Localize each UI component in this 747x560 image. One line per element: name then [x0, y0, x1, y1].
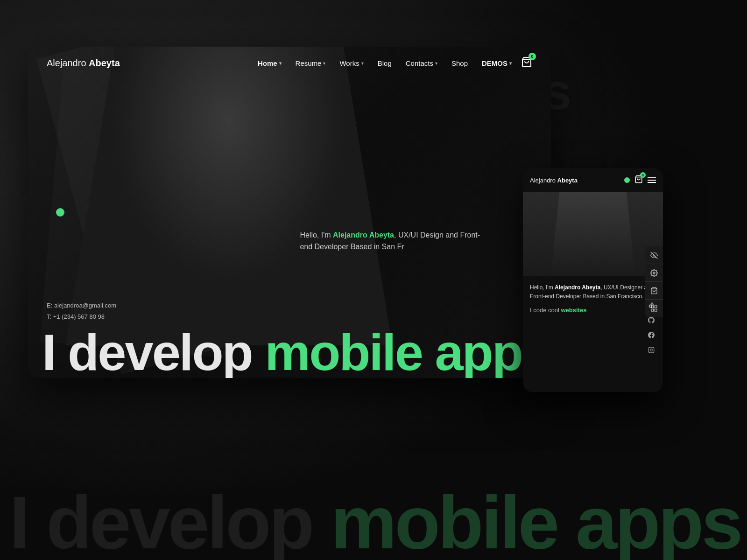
phone-tagline: I code cool websites — [530, 307, 656, 314]
phone-person-name: Alejandro Abeyta — [555, 284, 600, 291]
phone-tagline-highlight: websites — [561, 307, 587, 314]
tablet-bottom-part1: I develop — [42, 323, 265, 378]
brand-last: Abeyta — [89, 58, 120, 68]
hamburger-line-1 — [648, 177, 656, 178]
nav-link-home[interactable]: Home ▾ — [258, 59, 282, 67]
github-icon[interactable] — [647, 315, 656, 325]
nav-item-demos[interactable]: DEMOS ▾ — [482, 59, 512, 67]
phone-person-figure — [551, 192, 635, 276]
nav-item-blog[interactable]: Blog — [378, 59, 392, 67]
phone-hero-image — [523, 192, 663, 276]
chevron-down-icon: ▾ — [323, 61, 325, 66]
phone-navbar: Alejandro Abeyta 0 — [523, 168, 663, 192]
hamburger-line-2 — [648, 180, 656, 181]
chevron-down-icon: ▾ — [279, 61, 282, 66]
nav-item-shop[interactable]: Shop — [451, 59, 468, 67]
phone-cart-button[interactable]: 0 — [634, 175, 643, 185]
phone-intro-label: Hello, I'm — [530, 284, 555, 291]
phone-tagline-part1: I code cool — [530, 307, 561, 314]
cart-side-icon[interactable] — [645, 282, 663, 300]
svg-point-3 — [653, 272, 655, 274]
hero-intro-label: Hello, I'm — [300, 231, 333, 239]
hero-intro-text: Hello, I'm Alejandro Abeyta, UX/UI Desig… — [300, 229, 486, 253]
chevron-down-icon: ▾ — [361, 61, 364, 66]
nav-item-works[interactable]: Works ▾ — [339, 59, 363, 67]
phone-content: Hello, I'm Alejandro Abeyta, UX/UI Desig… — [523, 276, 663, 321]
tablet-device: Alejandro Abeyta Home ▾ Resume ▾ Works ▾… — [28, 47, 551, 378]
cart-button[interactable]: 0 — [521, 56, 532, 70]
hamburger-menu[interactable] — [648, 177, 656, 183]
nav-link-blog[interactable]: Blog — [378, 59, 392, 67]
nav-links: Home ▾ Resume ▾ Works ▾ Blog Contacts ▾ … — [258, 59, 512, 67]
contact-info: E: alejandroa@gmail.com T: +1 (234) 567 … — [47, 300, 116, 322]
contact-email: E: alejandroa@gmail.com — [47, 300, 116, 311]
nav-item-home[interactable]: Home ▾ — [258, 59, 282, 67]
eye-off-icon[interactable] — [645, 246, 663, 264]
nav-link-shop[interactable]: Shop — [451, 59, 468, 67]
hero-content: Hello, I'm Alejandro Abeyta, UX/UI Desig… — [300, 229, 486, 253]
nav-link-resume[interactable]: Resume ▾ — [296, 59, 326, 67]
phone-social-icons — [647, 301, 656, 355]
nav-link-contacts[interactable]: Contacts ▾ — [406, 59, 437, 67]
phone-brand: Alejandro Abeyta — [530, 177, 620, 184]
facebook-icon[interactable] — [647, 330, 656, 340]
phone-brand-first: Alejandro — [530, 177, 557, 184]
svg-rect-9 — [648, 347, 654, 353]
tablet-brand: Alejandro Abeyta — [47, 58, 258, 69]
green-dot-indicator — [56, 208, 64, 217]
tablet-bottom-highlight: mobile app — [265, 323, 522, 378]
phone-green-dot — [624, 177, 630, 183]
brand-first: Alejandro — [47, 58, 89, 68]
phone-device: Alejandro Abeyta 0 — [523, 168, 663, 392]
chevron-down-icon: ▾ — [509, 61, 512, 66]
phone-brand-last: Abeyta — [557, 177, 578, 184]
cart-badge: 0 — [529, 53, 536, 60]
instagram-icon[interactable] — [647, 345, 656, 355]
nav-link-demos[interactable]: DEMOS ▾ — [482, 59, 512, 67]
tablet-bottom-text: I develop mobile app — [28, 327, 551, 378]
nav-link-works[interactable]: Works ▾ — [339, 59, 363, 67]
hero-name: Alejandro Abeyta — [333, 231, 394, 239]
settings-icon[interactable] — [645, 264, 663, 282]
bottom-text-highlight: mobile apps — [331, 481, 741, 560]
phone-cart-badge: 0 — [640, 172, 646, 178]
phone-intro-text: Hello, I'm Alejandro Abeyta, UX/UI Desig… — [530, 283, 656, 301]
chevron-down-icon: ▾ — [435, 61, 437, 66]
nav-item-contacts[interactable]: Contacts ▾ — [406, 59, 437, 67]
contact-phone: T: +1 (234) 567 80 98 — [47, 311, 116, 322]
hamburger-line-3 — [648, 182, 656, 183]
tiktok-icon[interactable] — [647, 301, 656, 310]
bottom-large-text-bg: I develop mobile apps — [0, 485, 747, 560]
tablet-navbar: Alejandro Abeyta Home ▾ Resume ▾ Works ▾… — [28, 47, 551, 79]
bottom-text-part1: I develop — [9, 481, 331, 560]
nav-item-resume[interactable]: Resume ▾ — [296, 59, 326, 67]
